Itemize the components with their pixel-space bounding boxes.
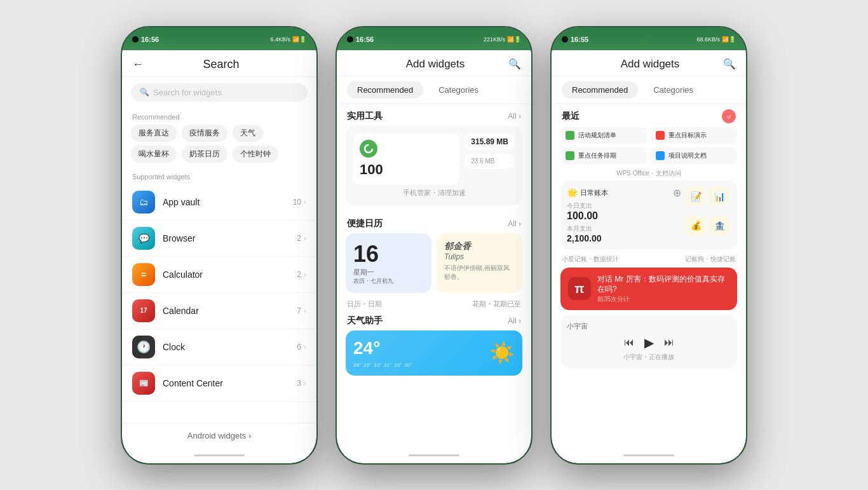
storage-left: 100 bbox=[353, 133, 459, 184]
wps-item-1[interactable]: 重点目标演示 bbox=[651, 127, 737, 144]
tab-recommended-2[interactable]: Recommended bbox=[347, 81, 423, 99]
ledger-more: ⊕ bbox=[673, 187, 681, 199]
tab-bar-2: Recommended Categories bbox=[337, 76, 531, 104]
wps-label-3: 项目说明文档 bbox=[668, 151, 707, 160]
rewind-btn[interactable]: ⏮ bbox=[624, 337, 634, 348]
network-2: 221KB/s 📶🔋 bbox=[484, 36, 521, 43]
app-item-browser[interactable]: 💬 Browser 2 › bbox=[122, 221, 316, 257]
svg-point-0 bbox=[365, 145, 372, 153]
wps-label-0: 活动规划清单 bbox=[578, 131, 616, 140]
app-count-calendar: 7 bbox=[297, 306, 301, 315]
chevron-calendar: › bbox=[304, 306, 306, 315]
all-link-weather[interactable]: All › bbox=[508, 316, 521, 325]
search-icon-btn-3[interactable]: 🔍 bbox=[723, 58, 736, 70]
tag-4[interactable]: 奶茶日历 bbox=[182, 146, 227, 163]
phone-search: 16:56 6.4KB/s 📶🔋 ← Search 🔍 Search for w… bbox=[121, 26, 318, 465]
weather-left: 24° 24° 23° 23° 21° 20° 20° bbox=[353, 338, 412, 368]
tag-3[interactable]: 喝水量杯 bbox=[131, 146, 177, 163]
wps-dot-0 bbox=[566, 131, 574, 140]
time-1: 16:56 bbox=[141, 36, 159, 43]
storage-icon bbox=[360, 140, 377, 158]
phone2-widget-screen: Add widgets 🔍 Recommended Categories 实用工… bbox=[337, 50, 531, 448]
tool-widget: 100 315.89 MB 23.6 MB 手机管家 bbox=[346, 126, 522, 205]
chevron-calculator: › bbox=[304, 270, 306, 279]
app-count-calculator: 2 bbox=[297, 270, 301, 279]
home-bar-3 bbox=[623, 454, 674, 456]
player-controls: ⏮ ▶ ⏭ bbox=[567, 335, 731, 350]
tag-row-1: 服务直达 疫情服务 天气 bbox=[122, 125, 316, 146]
promo-text-block: 对话 Mr 厉害：数码评测的价值真实存在吗? 前35次分计 bbox=[597, 274, 729, 304]
chevron-vault: › bbox=[304, 198, 306, 207]
phone-add-widgets-2: 16:55 68.6KB/s 📶🔋 Add widgets 🔍 Recommen… bbox=[550, 26, 747, 465]
ledger-btn-0[interactable]: 📝 bbox=[686, 187, 705, 206]
search-header: ← Search bbox=[122, 50, 316, 77]
search-bar[interactable]: 🔍 Search for widgets bbox=[131, 83, 308, 102]
promo-card[interactable]: π 对话 Mr 厉害：数码评测的价值真实存在吗? 前35次分计 bbox=[560, 268, 737, 311]
widget-title-2: Add widgets bbox=[406, 58, 465, 71]
tag-2[interactable]: 天气 bbox=[233, 125, 263, 142]
recent-title: 最近 bbox=[562, 111, 580, 122]
wps-item-0[interactable]: 活动规划清单 bbox=[560, 127, 647, 144]
tab-categories-2[interactable]: Categories bbox=[428, 81, 489, 99]
cal-widget-row: 16 星期一 农历・七月初九 郁金香 Tulips 不语伊伊傍砌,画丽双风郁香。 bbox=[346, 233, 522, 293]
chevron-clock: › bbox=[304, 343, 306, 351]
forward-btn[interactable]: ⏭ bbox=[664, 337, 674, 348]
cal-widget-left: 16 星期一 农历・七月初九 bbox=[346, 233, 431, 293]
category-title-tools: 实用工具 bbox=[347, 111, 383, 122]
recent-icon: ↺ bbox=[722, 109, 736, 123]
ledger-month-amount: 2,100.00 bbox=[567, 233, 681, 243]
storage-card-2: 23.6 MB bbox=[465, 154, 515, 168]
time-2: 16:56 bbox=[356, 36, 374, 43]
ledger-widget: 🌟 日常账本 ⊕ 今日支出 100.00 本月支出 2,100.00 📝 📊 bbox=[560, 180, 737, 250]
app-item-vault[interactable]: 🗂 App vault 10 › bbox=[122, 184, 316, 221]
cal-flower-desc: 不语伊伊傍砌,画丽双风郁香。 bbox=[444, 264, 515, 282]
cal-lunar-label: 农历・七月初九 bbox=[353, 277, 424, 285]
app-count-clock: 6 bbox=[297, 343, 301, 351]
tag-0[interactable]: 服务直达 bbox=[131, 125, 177, 142]
tag-row-2: 喝水量杯 奶茶日历 个性时钟 bbox=[122, 146, 316, 167]
search-icon-btn-2[interactable]: 🔍 bbox=[508, 58, 521, 70]
all-link-cal[interactable]: All › bbox=[508, 219, 521, 228]
play-btn[interactable]: ▶ bbox=[644, 335, 654, 350]
tag-1[interactable]: 疫情服务 bbox=[182, 125, 227, 142]
cal-flower-sub: Tulips bbox=[444, 252, 515, 261]
app-item-clock[interactable]: 🕐 Clock 6 › bbox=[122, 329, 316, 365]
network-1: 6.4KB/s 📶🔋 bbox=[270, 36, 306, 43]
ledger-btn-2[interactable]: 💰 bbox=[686, 216, 705, 235]
wps-item-3[interactable]: 项目说明文档 bbox=[651, 147, 737, 164]
app-count-content: 3 bbox=[297, 379, 301, 388]
app-icon-browser: 💬 bbox=[132, 227, 155, 250]
widget-content-3: 最近 ↺ 活动规划清单 bbox=[552, 104, 746, 448]
ledger-btn-3[interactable]: 🏦 bbox=[710, 216, 729, 235]
home-indicator-3 bbox=[552, 448, 746, 463]
all-link-tools[interactable]: All › bbox=[508, 112, 521, 121]
app-count-browser: 2 bbox=[297, 234, 301, 243]
weather-temp: 24° bbox=[353, 338, 412, 358]
ledger-btn-1[interactable]: 📊 bbox=[710, 187, 729, 206]
wps-item-2[interactable]: 重点任务排期 bbox=[560, 147, 647, 164]
search-icon: 🔍 bbox=[140, 88, 149, 97]
cal-caption-2: 花期・花期已至 bbox=[472, 299, 521, 309]
tab-categories-3[interactable]: Categories bbox=[643, 81, 703, 99]
home-indicator-2 bbox=[337, 448, 531, 463]
cal-day-label: 星期一 bbox=[353, 268, 424, 277]
promo-sub: 前35次分计 bbox=[597, 295, 729, 304]
app-item-content[interactable]: 📰 Content Center 3 › bbox=[122, 365, 316, 402]
ledger-caption-1: 小星记账・数据统计 bbox=[562, 255, 619, 264]
tag-5[interactable]: 个性时钟 bbox=[233, 146, 278, 163]
phone1-content: ← Search 🔍 Search for widgets Recommende… bbox=[122, 50, 316, 448]
app-name-browser: Browser bbox=[163, 233, 297, 243]
promo-icon: π bbox=[568, 277, 591, 300]
android-widgets-link[interactable]: Android widgets › bbox=[122, 423, 316, 448]
status-bar-3: 16:55 68.6KB/s 📶🔋 bbox=[552, 27, 746, 50]
app-icon-calculator: = bbox=[132, 263, 155, 286]
widget-content-2: 实用工具 All › 100 bbox=[337, 104, 531, 448]
category-header-weather: 天气助手 All › bbox=[346, 309, 522, 330]
app-item-calendar[interactable]: 17 Calendar 7 › bbox=[122, 293, 316, 329]
app-icon-calendar: 17 bbox=[132, 299, 155, 322]
wps-dot-2 bbox=[566, 151, 574, 160]
back-button[interactable]: ← bbox=[132, 58, 144, 71]
tab-recommended-3[interactable]: Recommended bbox=[562, 81, 638, 99]
app-item-calculator[interactable]: = Calculator 2 › bbox=[122, 257, 316, 293]
widget-header-3: Add widgets 🔍 bbox=[552, 50, 746, 76]
